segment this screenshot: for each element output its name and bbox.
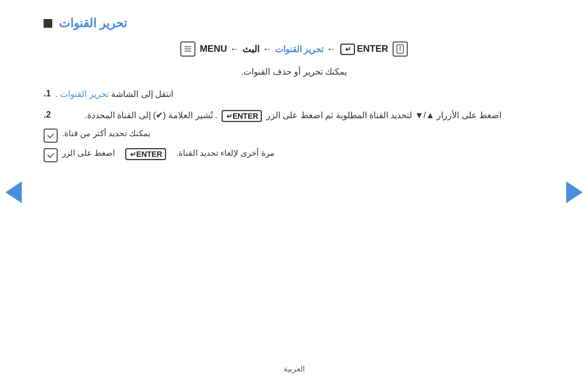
footer-language: العربية [284,364,305,373]
note2-prefix: اضغط على الزر [62,148,115,158]
notes-section: يمكنك تحديد أكثر من قناة. مرة أخرى لإلغا… [44,129,544,162]
arrow-separator-1: ← [263,44,272,54]
svg-rect-6 [185,51,191,52]
step2-content: اضغط على الأزرار ▲/▼ لتحديد القناة المطل… [55,110,501,122]
note1-text: يمكنك تحديد أكثر من قناة. [62,129,150,138]
step1-text: انتقل إلى الشاشة تحرير القنوات . [55,89,173,99]
step2-suffix: . تُشير العلامة [168,111,217,120]
title-square-icon [44,19,52,28]
step2-check: (✔) [153,111,166,120]
enter-button-end: ENTER ↵ [339,44,388,55]
page-container: تحرير القنوات ENTER ↵ ← تحرير القنوات ← … [0,0,588,384]
title-row: تحرير القنوات [44,16,544,31]
note2-suffix: مرة أخرى لإلغاء تحديد القناة. [176,148,274,158]
menu-nav: MENU [200,44,227,54]
step2-main: اضغط على الأزرار ▲/▼ لتحديد القناة المطل… [266,111,502,120]
svg-rect-5 [185,48,191,50]
note2-enter-btn: ENTER ↵ [125,148,166,160]
note-2: مرة أخرى لإلغاء تحديد القناة. ENTER ↵ اض… [44,148,479,162]
enter-icon-end: ↵ [340,44,355,55]
step2-number: 2. [44,110,51,120]
svg-rect-3 [399,50,401,51]
edit-channels-nav-link: تحرير القنوات [275,44,323,54]
step-1: انتقل إلى الشاشة تحرير القنوات . 1. [44,89,544,99]
note2-icon [44,148,58,162]
step2-enter-arrow: ↵ [226,112,232,120]
step1-link: تحرير القنوات [60,89,108,99]
menu-nav-row: ENTER ↵ ← تحرير القنوات ← البث ← MENU [44,41,544,57]
page-title: تحرير القنوات [59,16,127,31]
broadcast-nav: البث [242,44,260,55]
description: يمكنك تحرير أو حذف القنوات. [44,66,544,77]
step2-enter-label: ENTER [232,112,258,120]
step-2: اضغط على الأزرار ▲/▼ لتحديد القناة المطل… [44,110,544,122]
arrow-separator-2: ← [327,44,335,54]
remote-finger-icon [393,41,408,57]
note2-enter-arrow: ↵ [130,150,136,159]
prev-page-arrow[interactable] [5,181,22,203]
note1-icon [44,129,58,143]
svg-rect-4 [185,46,191,47]
svg-point-1 [400,46,401,48]
arrow-separator-0: ← [230,44,239,54]
step2-end: إلى القناة المحددة. [84,111,150,120]
step2-enter-btn: ENTER ↵ [222,110,262,122]
step1-prefix: انتقل إلى الشاشة [111,89,173,99]
next-page-arrow[interactable] [566,181,583,203]
note2-enter-label: ENTER [136,150,162,159]
step1-number: 1. [44,89,51,99]
step1-suffix: . [55,89,57,99]
svg-rect-2 [399,48,401,49]
note-1: يمكنك تحديد أكثر من قناة. [44,129,479,143]
menu-icon [180,41,195,57]
